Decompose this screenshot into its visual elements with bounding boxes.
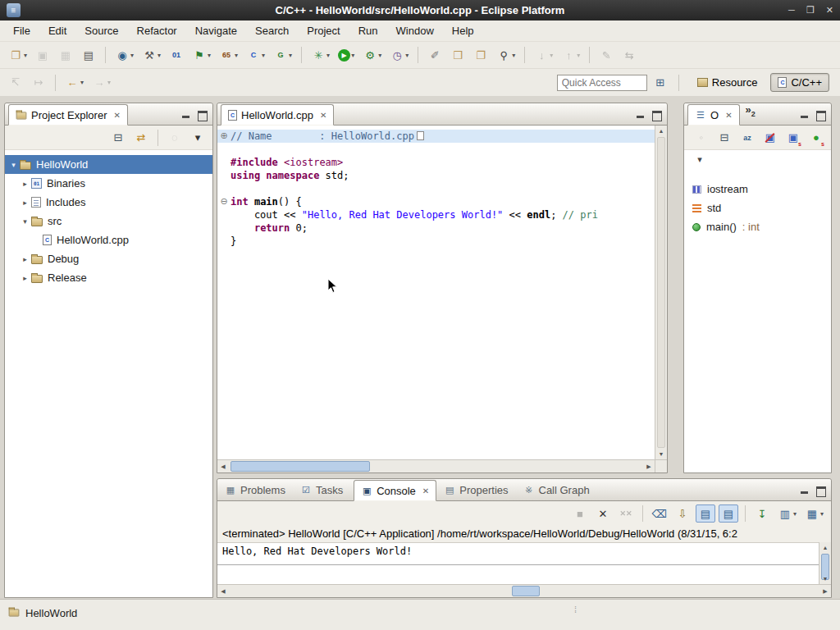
display-selected-console-button[interactable]: ▥▾ bbox=[775, 504, 799, 523]
maximize-view-button[interactable] bbox=[814, 485, 827, 496]
menu-help[interactable]: Help bbox=[443, 21, 483, 40]
show-on-stdout-button[interactable]: ▤ bbox=[696, 504, 715, 523]
new-source-dropdown[interactable]: ▾ bbox=[208, 52, 211, 59]
menu-source[interactable]: Source bbox=[75, 21, 127, 40]
code-line[interactable]: #include <iostream> bbox=[217, 156, 655, 169]
editor-horizontal-scrollbar[interactable]: ◀ ▶ bbox=[217, 459, 655, 472]
code-line[interactable] bbox=[217, 182, 655, 195]
code-line[interactable]: ⊕// Name : HelloWorld.cpp bbox=[217, 130, 655, 143]
tab-problems[interactable]: ▦Problems bbox=[217, 479, 293, 500]
search-button[interactable]: ⚲▾ bbox=[494, 46, 518, 64]
maximize-view-button[interactable] bbox=[650, 109, 663, 121]
outline-item-iostream[interactable]: iostream bbox=[684, 180, 831, 199]
close-window-button[interactable]: ✕ bbox=[826, 5, 833, 16]
remove-launch-button[interactable]: ✕ bbox=[593, 504, 613, 523]
hide-non-public-button[interactable]: ●s bbox=[806, 129, 826, 147]
prev-annotation-dropdown[interactable]: ▾ bbox=[577, 52, 580, 59]
outline-item-main[interactable]: main() : int bbox=[684, 217, 831, 236]
display-selected-console-dropdown[interactable]: ▾ bbox=[793, 510, 797, 518]
debug-button[interactable]: ✳▾ bbox=[308, 46, 332, 64]
run-dropdown[interactable]: ▾ bbox=[351, 52, 354, 59]
scroll-up-icon[interactable]: ▲ bbox=[655, 126, 667, 136]
collapse-all-button[interactable]: ⊟ bbox=[714, 129, 734, 147]
tree-item-binaries[interactable]: ▸01Binaries bbox=[5, 174, 212, 193]
run-button[interactable]: ▶▾ bbox=[336, 48, 357, 63]
open-project-button[interactable]: ❐ bbox=[471, 46, 491, 64]
new-class-dropdown[interactable]: ▾ bbox=[262, 52, 265, 59]
open-perspective-icon[interactable]: ⊞ bbox=[653, 75, 668, 90]
hex-editor-button[interactable]: 65▾ bbox=[217, 46, 240, 64]
scroll-right-icon[interactable]: ▶ bbox=[643, 460, 655, 472]
expand-arrow-icon[interactable]: ▸ bbox=[20, 199, 30, 207]
menu-edit[interactable]: Edit bbox=[39, 21, 75, 40]
view-menu-icon[interactable]: ▾ bbox=[694, 153, 705, 165]
tab-properties[interactable]: ▤Properties bbox=[436, 479, 515, 500]
code-line[interactable]: } bbox=[217, 235, 655, 248]
scroll-left-icon[interactable]: ◀ bbox=[217, 460, 229, 472]
menu-refactor[interactable]: Refactor bbox=[128, 21, 186, 40]
scroll-up-icon[interactable]: ▲ bbox=[819, 542, 831, 553]
editor-vertical-scrollbar[interactable]: ▲ ▼ bbox=[655, 126, 667, 459]
profile-button[interactable]: ◷▾ bbox=[387, 46, 411, 64]
code-line[interactable]: cout << "Hello, Red Hat Developers World… bbox=[217, 208, 655, 221]
tree-item-includes[interactable]: ▸Includes bbox=[5, 193, 212, 212]
menu-navigate[interactable]: Navigate bbox=[186, 21, 246, 40]
back-button[interactable]: ←▾ bbox=[62, 74, 86, 92]
new-class-button[interactable]: C▾ bbox=[244, 46, 267, 64]
open-console-button[interactable]: ▦▾ bbox=[802, 504, 826, 523]
debug-dropdown[interactable]: ▾ bbox=[326, 52, 330, 59]
tree-item-release[interactable]: ▸Release bbox=[5, 268, 212, 287]
expand-arrow-icon[interactable]: ▸ bbox=[20, 255, 30, 263]
menu-file[interactable]: File bbox=[4, 21, 39, 40]
scroll-right-icon[interactable]: ▶ bbox=[819, 585, 831, 597]
tree-item-helloworld[interactable]: ▾HelloWorld bbox=[5, 155, 212, 174]
search-dropdown[interactable]: ▾ bbox=[512, 52, 515, 59]
menu-project[interactable]: Project bbox=[298, 21, 349, 40]
expand-arrow-icon[interactable]: ▸ bbox=[20, 180, 30, 188]
print-button[interactable]: ▤ bbox=[79, 46, 98, 64]
perspective-cpp-button[interactable]: C C/C++ bbox=[770, 73, 829, 92]
console-vertical-scrollbar[interactable]: ▲ ▼ bbox=[819, 542, 831, 584]
perspective-resource-button[interactable]: Resource bbox=[690, 73, 765, 92]
tab-project-explorer[interactable]: Project Explorer ✕ bbox=[8, 104, 128, 126]
new-wizard-button[interactable]: ❐▾ bbox=[6, 46, 30, 64]
console-horizontal-scrollbar[interactable]: ◀ ▶ bbox=[217, 584, 831, 597]
tree-item-src[interactable]: ▾src bbox=[5, 212, 212, 231]
new-cpp-project-button[interactable]: ◉▾ bbox=[112, 46, 136, 64]
window-menu-icon[interactable]: ≡ bbox=[7, 3, 21, 17]
tab-console[interactable]: ▣Console✕ bbox=[354, 480, 436, 501]
tab-call-graph[interactable]: ※Call Graph bbox=[516, 479, 597, 500]
collapse-all-button[interactable]: ⊟ bbox=[108, 129, 128, 147]
close-tab-icon[interactable]: ✕ bbox=[320, 111, 326, 120]
link-with-editor-button[interactable]: ⇄ bbox=[131, 129, 151, 147]
tree-item-helloworld-cpp[interactable]: CHelloWorld.cpp bbox=[5, 231, 212, 249]
scrollbar-thumb[interactable] bbox=[231, 461, 370, 472]
scroll-lock-button[interactable]: ⇩ bbox=[673, 504, 692, 523]
menu-search[interactable]: Search bbox=[246, 21, 298, 40]
scroll-down-icon[interactable]: ▼ bbox=[655, 449, 667, 459]
minimize-view-button[interactable] bbox=[798, 485, 811, 496]
close-tab-icon[interactable]: ✕ bbox=[422, 486, 429, 495]
code-analysis-dropdown[interactable]: ▾ bbox=[289, 52, 292, 59]
outline-item-std[interactable]: std bbox=[684, 199, 831, 217]
minimize-view-button[interactable] bbox=[798, 109, 811, 121]
run-external-tools-button[interactable]: ⚙▾ bbox=[360, 46, 384, 64]
back-dropdown[interactable]: ▾ bbox=[80, 79, 84, 86]
minimize-view-button[interactable] bbox=[180, 109, 193, 121]
console-output[interactable]: Hello, Red Hat Developers World! bbox=[217, 542, 819, 584]
forward-dropdown[interactable]: ▾ bbox=[107, 79, 111, 86]
view-stack-chevron[interactable]: »2 bbox=[746, 103, 756, 118]
scroll-down-icon[interactable]: ▼ bbox=[819, 573, 831, 584]
titlebar[interactable]: ≡ C/C++ - HelloWorld/src/HelloWorld.cpp … bbox=[0, 0, 840, 21]
code-line[interactable]: return 0; bbox=[217, 221, 655, 235]
new-wizard-dropdown[interactable]: ▾ bbox=[24, 52, 27, 59]
fold-plus-icon[interactable]: ⊕ bbox=[217, 130, 231, 143]
tab-tasks[interactable]: ☑Tasks bbox=[293, 479, 350, 500]
code-line[interactable] bbox=[217, 143, 655, 156]
close-tab-icon[interactable]: ✕ bbox=[725, 111, 732, 120]
close-tab-icon[interactable]: ✕ bbox=[113, 111, 120, 120]
profile-dropdown[interactable]: ▾ bbox=[405, 52, 409, 59]
build-dropdown[interactable]: ▾ bbox=[158, 52, 161, 59]
tab-helloworld-cpp[interactable]: C HelloWorld.cpp ✕ bbox=[221, 104, 334, 126]
collapse-arrow-icon[interactable]: ▾ bbox=[8, 161, 19, 169]
